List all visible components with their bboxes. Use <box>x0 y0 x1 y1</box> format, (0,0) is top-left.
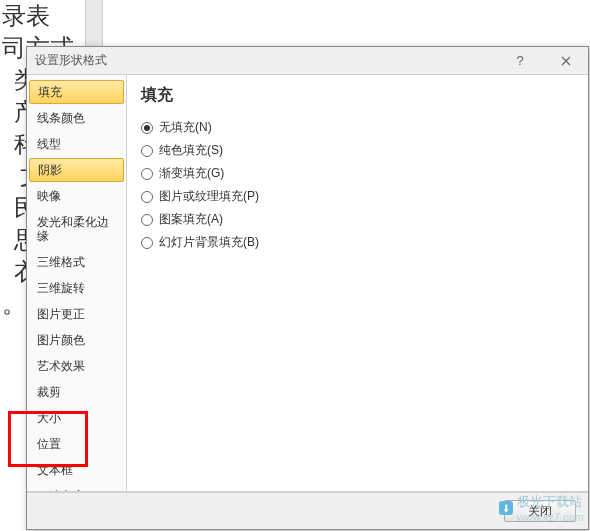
vertical-ruler <box>85 0 103 46</box>
sidebar-item-14[interactable]: 文本框 <box>27 457 126 483</box>
radio-icon <box>141 237 153 249</box>
fill-options-group: 无填充(N)纯色填充(S)渐变填充(G)图片或纹理填充(P)图案填充(A)幻灯片… <box>141 116 574 254</box>
fill-option-5[interactable]: 幻灯片背景填充(B) <box>141 231 574 254</box>
radio-icon <box>141 122 153 134</box>
sidebar-item-3[interactable]: 阴影 <box>29 158 124 182</box>
radio-label: 纯色填充(S) <box>159 142 223 159</box>
radio-icon <box>141 145 153 157</box>
dialog-body: 填充线条颜色线型阴影映像发光和柔化边缘三维格式三维旋转图片更正图片颜色艺术效果裁… <box>27 75 588 491</box>
sidebar-item-4[interactable]: 映像 <box>27 183 126 209</box>
sidebar-item-5[interactable]: 发光和柔化边缘 <box>27 209 126 249</box>
radio-icon <box>141 214 153 226</box>
radio-label: 图片或纹理填充(P) <box>159 188 259 205</box>
fill-option-0[interactable]: 无填充(N) <box>141 116 574 139</box>
dialog-footer: 关闭 <box>27 491 588 529</box>
content-pane: 填充 无填充(N)纯色填充(S)渐变填充(G)图片或纹理填充(P)图案填充(A)… <box>127 75 588 491</box>
close-button[interactable]: 关闭 <box>504 500 576 522</box>
radio-icon <box>141 191 153 203</box>
title-bar-controls: ? <box>506 51 580 71</box>
fill-option-4[interactable]: 图案填充(A) <box>141 208 574 231</box>
sidebar-item-15[interactable]: 可选文字 <box>27 483 126 491</box>
close-button-label: 关闭 <box>528 503 552 520</box>
sidebar-item-0[interactable]: 填充 <box>29 80 124 104</box>
format-shape-dialog: 设置形状格式 ? 填充线条颜色线型阴影映像发光和柔化边缘三维格式三维旋转图片更正… <box>26 46 589 530</box>
content-heading: 填充 <box>141 85 574 106</box>
sidebar-item-8[interactable]: 图片更正 <box>27 301 126 327</box>
sidebar-item-7[interactable]: 三维旋转 <box>27 275 126 301</box>
sidebar-item-2[interactable]: 线型 <box>27 131 126 157</box>
radio-icon <box>141 168 153 180</box>
radio-label: 幻灯片背景填充(B) <box>159 234 259 251</box>
sidebar-item-6[interactable]: 三维格式 <box>27 249 126 275</box>
help-button[interactable]: ? <box>506 51 534 71</box>
radio-label: 渐变填充(G) <box>159 165 224 182</box>
dialog-title: 设置形状格式 <box>35 52 506 69</box>
close-icon[interactable] <box>552 51 580 71</box>
sidebar-item-10[interactable]: 艺术效果 <box>27 353 126 379</box>
radio-label: 无填充(N) <box>159 119 212 136</box>
radio-label: 图案填充(A) <box>159 211 223 228</box>
sidebar-item-13[interactable]: 位置 <box>27 431 126 457</box>
sidebar-item-1[interactable]: 线条颜色 <box>27 105 126 131</box>
fill-option-3[interactable]: 图片或纹理填充(P) <box>141 185 574 208</box>
fill-option-1[interactable]: 纯色填充(S) <box>141 139 574 162</box>
category-sidebar: 填充线条颜色线型阴影映像发光和柔化边缘三维格式三维旋转图片更正图片颜色艺术效果裁… <box>27 75 127 491</box>
fill-option-2[interactable]: 渐变填充(G) <box>141 162 574 185</box>
sidebar-item-9[interactable]: 图片颜色 <box>27 327 126 353</box>
dialog-title-bar: 设置形状格式 ? <box>27 47 588 75</box>
sidebar-item-12[interactable]: 大小 <box>27 405 126 431</box>
sidebar-item-11[interactable]: 裁剪 <box>27 379 126 405</box>
